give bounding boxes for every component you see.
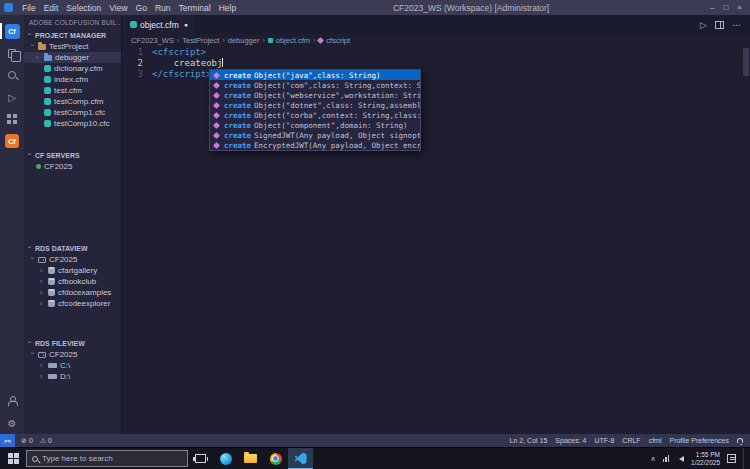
task-view-button[interactable] (188, 448, 213, 469)
server-label: CF2025 (44, 162, 72, 171)
menu-go[interactable]: Go (132, 3, 151, 13)
minimize-button[interactable]: – (710, 3, 714, 12)
extensions-icon[interactable] (3, 110, 21, 128)
section-rds-dataview[interactable]: › RDS DATAVIEW (24, 242, 121, 254)
warnings-indicator[interactable]: ⚠ 0 (40, 437, 52, 445)
suggest-item-2[interactable]: createObject("webservice",workstation: S… (210, 90, 420, 100)
modified-dot-icon[interactable]: ● (184, 21, 188, 28)
tab-object-cfm[interactable]: object.cfm ● (122, 15, 197, 34)
fileview-root-cf2025[interactable]: › CF2025 (24, 349, 121, 360)
tree-item-label: index.cfm (54, 75, 88, 84)
settings-gear-icon[interactable]: ⚙ (3, 414, 21, 432)
errors-indicator[interactable]: ⊘ 0 (21, 437, 33, 445)
indentation[interactable]: Spaces: 4 (555, 437, 586, 444)
split-editor-icon[interactable] (715, 21, 724, 29)
show-desktop-button[interactable] (743, 448, 747, 469)
language-mode[interactable]: cfml (649, 437, 662, 444)
suggest-item-1[interactable]: createObject("com",class: String,context… (210, 80, 420, 90)
server-item-cf2025[interactable]: CF2025 (24, 161, 121, 172)
cf-server-panel-icon[interactable]: Cf (3, 132, 21, 150)
coldfusion-builder-icon[interactable]: Cf (3, 22, 21, 40)
explorer-icon[interactable] (3, 44, 21, 62)
tree-item-testcomp[interactable]: testComp.cfm (24, 96, 121, 107)
status-right: Ln 2, Col 15 Spaces: 4 UTF-8 CRLF cfml P… (510, 434, 750, 447)
breadcrumb-separator-icon: › (177, 37, 179, 44)
taskbar-app-chrome[interactable] (263, 448, 288, 469)
network-icon[interactable] (663, 455, 670, 462)
menu-file[interactable]: File (18, 3, 40, 13)
scrollbar-thumb[interactable] (743, 48, 749, 76)
suggest-item-5[interactable]: createObject("component",domain: String) (210, 120, 420, 130)
tree-item-testcomp10[interactable]: testComp10.cfc (24, 118, 121, 129)
section-rds-fileview[interactable]: › RDS FILEVIEW (24, 337, 121, 349)
drive-item-c[interactable]: › C:\ (24, 360, 121, 371)
breadcrumb: CF2023_WS › TestProject › debugger › obj… (122, 34, 750, 47)
breadcrumb-project[interactable]: TestProject (182, 36, 219, 45)
db-item-cfbookclub[interactable]: › cfbookclub (24, 276, 121, 287)
breadcrumb-workspace[interactable]: CF2023_WS (131, 36, 174, 45)
chevron-down-icon: › (26, 153, 33, 158)
db-item-cfdocexamples[interactable]: › cfdocexamples (24, 287, 121, 298)
eol-sequence[interactable]: CRLF (622, 437, 640, 444)
main-area: Cf ▷ Cf ⚙ ADOBE COLDFUSION BUIL... › PRO… (0, 15, 750, 434)
tree-item-label: CF2025 (49, 350, 77, 359)
action-center-icon[interactable] (727, 454, 736, 463)
suggest-label: Object("dotnet",class: String,assembly: … (254, 100, 420, 110)
volume-icon[interactable] (676, 456, 684, 462)
suggest-item-4[interactable]: createObject("corba",context: String,cla… (210, 110, 420, 120)
more-actions-icon[interactable]: ⋯ (732, 20, 741, 30)
tree-item-testproject[interactable]: › TestProject (24, 41, 121, 52)
code-text: createobj (152, 58, 222, 69)
maximize-button[interactable]: □ (723, 3, 728, 12)
suggest-item-6[interactable]: createSignedJWT(Any payload, Object sign… (210, 130, 420, 140)
menu-selection[interactable]: Selection (62, 3, 105, 13)
code-area[interactable]: 1 <cfscript> 2 createobj 3 </cfscript> c… (122, 47, 750, 434)
taskbar-search[interactable] (26, 450, 188, 467)
menu-terminal[interactable]: Terminal (175, 3, 215, 13)
taskbar-app-vscode[interactable] (288, 448, 313, 469)
method-icon (213, 111, 220, 118)
menu-help[interactable]: Help (215, 3, 240, 13)
search-icon[interactable] (3, 66, 21, 84)
menu-edit[interactable]: Edit (40, 3, 63, 13)
tree-item-testcomp1[interactable]: testComp1.cfc (24, 107, 121, 118)
method-icon (213, 121, 220, 128)
suggest-item-7[interactable]: createEncryptedJWT(Any payload, Object e… (210, 140, 420, 150)
breadcrumb-file[interactable]: object.cfm (276, 36, 310, 45)
code-text: </cfscript> (152, 69, 212, 80)
notifications-bell-icon[interactable] (737, 438, 743, 443)
start-button[interactable] (0, 448, 26, 469)
run-icon[interactable]: ▷ (700, 20, 707, 30)
taskbar-app-edge[interactable] (213, 448, 238, 469)
debug-icon[interactable]: ▷ (3, 88, 21, 106)
remote-indicator[interactable]: >< (0, 434, 15, 447)
tree-item-debugger[interactable]: › debugger (24, 52, 121, 63)
editor-scrollbar[interactable] (742, 47, 750, 434)
suggest-item-3[interactable]: createObject("dotnet",class: String,asse… (210, 100, 420, 110)
drive-item-d[interactable]: › D:\ (24, 371, 121, 382)
suggest-item-0[interactable]: createObject("java",class: String) (210, 70, 420, 80)
section-cf-servers[interactable]: › CF SERVERS (24, 149, 121, 161)
menu-run[interactable]: Run (151, 3, 175, 13)
tree-item-dictionary[interactable]: dictionary.cfm (24, 63, 121, 74)
cursor-position[interactable]: Ln 2, Col 15 (510, 437, 548, 444)
encoding[interactable]: UTF-8 (595, 437, 615, 444)
breadcrumb-symbol[interactable]: cfscript (326, 36, 350, 45)
taskbar-search-input[interactable] (42, 454, 182, 463)
code-text: <cfscript> (152, 47, 206, 58)
pane-gap (24, 129, 121, 149)
taskbar-clock[interactable]: 1:55 PM 1/22/2025 (691, 451, 720, 467)
section-project-manager[interactable]: › PROJECT MANAGER (24, 29, 121, 41)
breadcrumb-folder[interactable]: debugger (228, 36, 260, 45)
tree-item-index[interactable]: index.cfm (24, 74, 121, 85)
tray-chevron-up-icon[interactable]: ∧ (650, 455, 655, 463)
account-icon[interactable] (3, 392, 21, 410)
db-item-cfcodeexplorer[interactable]: › cfcodeexplorer (24, 298, 121, 309)
profile-preferences[interactable]: Profile Preferences (669, 437, 729, 444)
dataview-root-cf2025[interactable]: › CF2025 (24, 254, 121, 265)
close-button[interactable]: × (737, 3, 742, 12)
taskbar-app-file-explorer[interactable] (238, 448, 263, 469)
db-item-cfartgallery[interactable]: › cfartgallery (24, 265, 121, 276)
tree-item-test[interactable]: test.cfm (24, 85, 121, 96)
menu-view[interactable]: View (105, 3, 131, 13)
